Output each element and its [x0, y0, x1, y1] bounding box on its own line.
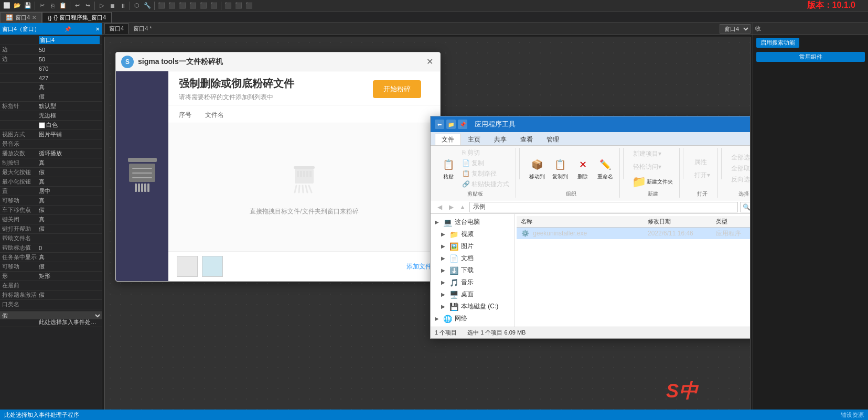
fe-sidebar-pics[interactable]: ▶ 🖼️ 图片 [431, 240, 514, 252]
icon-align-bottom[interactable]: ⬛ [209, 1, 219, 10]
prop-value-0[interactable]: 窗口4 [39, 36, 100, 44]
fe-address-path[interactable]: 示例 [469, 202, 738, 212]
icon-stop[interactable]: ⏹ [108, 1, 117, 10]
fe-ribbon-content: 📋 粘贴 ⎘ 剪切 [431, 146, 751, 200]
icon-align-right[interactable]: ⬛ [178, 1, 187, 10]
fe-up-btn[interactable]: ▲ [458, 202, 467, 212]
prop-row-taskbar: 任务条中显示 真 [0, 253, 102, 262]
prop-value-minbtn: 真 [39, 178, 100, 186]
tab-code[interactable]: {} {} 窗口程序集_窗口4 [42, 12, 112, 23]
icon-undo[interactable]: ↩ [72, 1, 82, 10]
fe-properties-btn[interactable]: 属性 [692, 157, 709, 167]
fe-selectnone-btn[interactable]: 全部取消 [729, 164, 751, 174]
fe-forward-btn[interactable]: ▶ [446, 202, 456, 212]
docs-label: 文档 [461, 254, 474, 263]
copyto-label: 复制到 [552, 173, 568, 180]
icon-run[interactable]: ▷ [97, 1, 106, 10]
tab-window4[interactable]: 🪟 窗口4 ✕ [0, 12, 42, 23]
icon-save[interactable]: 💾 [23, 1, 33, 10]
fe-back-icon[interactable]: ⬅ [435, 120, 444, 129]
bgcolor-swatch[interactable] [39, 122, 45, 128]
icon-tools[interactable]: 🔧 [143, 1, 152, 10]
tab-window4-close[interactable]: ✕ [32, 15, 36, 20]
icon-debug[interactable]: ⏸ [118, 1, 127, 10]
fe-newfolder-btn[interactable]: 📁 新建文件夹 [631, 175, 675, 189]
fe-delete-btn[interactable]: ✕ 删除 [573, 156, 592, 181]
fe-copyto-btn[interactable]: 📋 复制到 [550, 156, 570, 181]
sigma-modal[interactable]: S sigma tools一文件粉碎机 ✕ [115, 52, 441, 282]
fe-pasteshortcut2-btn[interactable]: 🔗 粘贴快捷方式 [460, 179, 511, 189]
fe-col-date[interactable]: 修改日期 [646, 218, 714, 225]
fe-easyaccess-btn[interactable]: 轻松访问▾ [631, 162, 663, 172]
tab-design[interactable]: 窗口4 [104, 23, 128, 34]
fe-group-clipboard: 📋 粘贴 ⎘ 剪切 [435, 148, 516, 198]
icon-open[interactable]: 📂 [13, 1, 22, 10]
fe-sidebar-network[interactable]: ▶ 🌐 网络 [431, 313, 514, 325]
sigma-close-btn[interactable]: ✕ [424, 57, 435, 67]
fe-newitem-btn[interactable]: 新建项目▾ [631, 149, 663, 159]
icon-paste[interactable]: 📋 [58, 1, 68, 10]
fe-sidebar-video[interactable]: ▶ 📁 视频 [431, 228, 514, 240]
shredder-icon [126, 158, 158, 195]
icon-align-left[interactable]: ⬛ [157, 1, 166, 10]
fe-rename-btn[interactable]: ✏️ 重命名 [595, 156, 615, 181]
left-panel-pin[interactable]: 📌 [65, 26, 71, 32]
fe-back-btn[interactable]: ◀ [435, 202, 444, 212]
fe-folder-icon[interactable]: 📁 [446, 120, 456, 129]
left-panel-close[interactable]: ✕ [95, 26, 100, 32]
prop-row-tabdown: 车下移焦点 假 [0, 206, 102, 215]
fe-sidebar-localc[interactable]: ▶ 💾 本地磁盘 (C:) [431, 300, 514, 313]
icon-align-top[interactable]: ⬛ [188, 1, 198, 10]
fe-tab-view[interactable]: 查看 [513, 134, 540, 145]
fe-tab-manage[interactable]: 管理 [540, 134, 566, 145]
sigma-add-btn[interactable]: 添加文件 [406, 262, 432, 271]
fe-tab-home[interactable]: 主页 [461, 134, 487, 145]
fe-invert-btn[interactable]: 反向选择 [729, 175, 751, 185]
fe-search-box[interactable]: 🔍 [740, 202, 751, 212]
fe-sidebar-downloads[interactable]: ▶ ⬇️ 下载 [431, 264, 514, 276]
copy-label: 剪切 [467, 149, 480, 156]
fe-sidebar-this-pc[interactable]: ▶ 💻 这台电脑 [431, 216, 514, 228]
prop-value-enable: 假 [39, 93, 100, 101]
canvas-area: S sigma tools一文件粉碎机 ✕ [104, 37, 751, 418]
tab-code2[interactable]: 窗口4 * [128, 23, 156, 34]
fe-pin-icon[interactable]: 📌 [458, 120, 467, 129]
enable-search-btn[interactable]: 启用搜索功能 [756, 38, 799, 48]
icon-copy[interactable]: ⎘ [48, 1, 57, 10]
fe-sidebar-music[interactable]: ▶ 🎵 音乐 [431, 276, 514, 288]
fe-sidebar-docs[interactable]: ▶ 📄 文档 [431, 252, 514, 264]
icon-align-mid[interactable]: ⬛ [199, 1, 208, 10]
icon-height-same[interactable]: ⬛ [234, 1, 243, 10]
fe-col-type[interactable]: 类型 [714, 218, 751, 225]
fe-pasteshortcut-btn[interactable]: 📋 复制路径 [460, 169, 499, 179]
sigma-content-body[interactable]: 直接拖拽目标文件/文件夹到窗口来粉碎 [168, 123, 440, 251]
icon-size-same[interactable]: ⬛ [244, 1, 254, 10]
sigma-drop-icon [283, 158, 325, 202]
left-panel-body: 窗口4 边 50 边 50 670 427 真 [0, 35, 102, 420]
fe-tab-share[interactable]: 共享 [487, 134, 513, 145]
fe-copy-btn[interactable]: ⎘ 剪切 [460, 148, 482, 158]
fe-status-selected: 选中 1 个项目 6.09 MB [467, 329, 526, 337]
icon-settings[interactable]: ⬡ [132, 1, 142, 10]
fe-file-row-0[interactable]: ⚙️ geekuninstaller.exe 2022/6/11 16:46 应… [517, 228, 751, 239]
fe-paste-btn[interactable]: 📋 粘贴 [439, 156, 458, 181]
fe-moveto-btn[interactable]: 📦 移动到 [527, 156, 547, 181]
fe-tab-file[interactable]: 文件 [435, 134, 461, 145]
icon-cut[interactable]: ✂ [37, 1, 47, 10]
fe-selectall-btn[interactable]: 全部选择 [729, 153, 751, 163]
fe-sidebar-desktop[interactable]: ▶ 🖥️ 桌面 [431, 288, 514, 300]
localc-label: 本地磁盘 (C:) [461, 302, 498, 311]
common-components-btn[interactable]: 常用组件 [756, 52, 865, 62]
sigma-start-btn[interactable]: 开始粉碎 [373, 80, 421, 98]
icon-align-center[interactable]: ⬛ [167, 1, 177, 10]
fe-col-name[interactable]: 名称 [519, 218, 646, 225]
icon-width-same[interactable]: ⬛ [223, 1, 233, 10]
prop-value-cursor: 默认型 [39, 102, 100, 110]
fe-open-btn[interactable]: 打开▾ [692, 170, 712, 180]
icon-new[interactable]: ⬜ [2, 1, 12, 10]
fe-copypath-btn[interactable]: 📄 复制 [460, 158, 486, 168]
prop-value-edge1: 50 [39, 47, 100, 53]
paste-label: 粘贴 [443, 173, 454, 180]
icon-redo[interactable]: ↪ [83, 1, 92, 10]
content-select[interactable]: 窗口4 [720, 24, 751, 34]
